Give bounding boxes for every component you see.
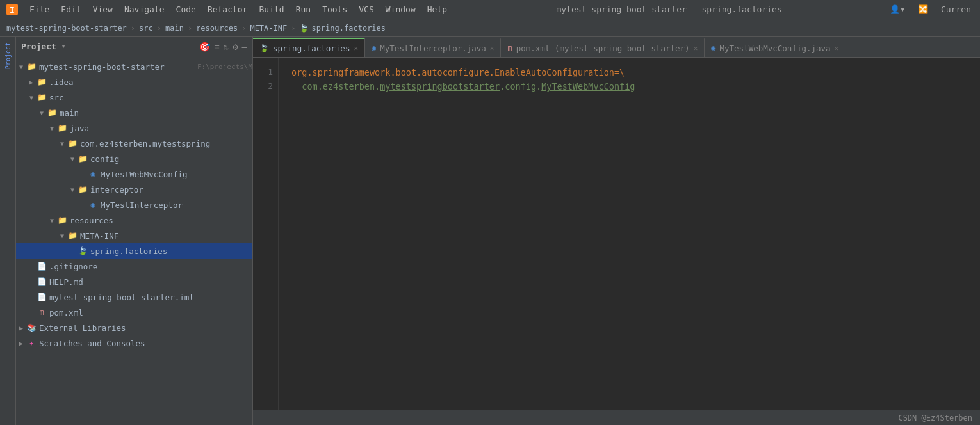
- tree-arrow: ▼: [67, 186, 78, 193]
- tree-item[interactable]: 🍃 spring.factories: [16, 243, 252, 259]
- locate-icon[interactable]: 🎯: [199, 42, 210, 52]
- tree-icon: 📁: [78, 184, 88, 195]
- profile-button[interactable]: 👤▾: [886, 3, 909, 15]
- breadcrumb-resources[interactable]: resources: [196, 24, 238, 33]
- editor-content: 1 2 org.springframework.boot.autoconfigu…: [253, 58, 980, 410]
- tree-label: mytest-spring-boot-starter.iml: [49, 293, 252, 302]
- collapse-icon[interactable]: ≡: [214, 42, 219, 52]
- code-line-2: com.ez4sterben.mytestspringbootstarter.c…: [291, 79, 980, 93]
- tree-item[interactable]: ▶ ✦ Scratches and Consoles: [16, 335, 252, 351]
- tree-item[interactable]: ▼ 📁 config: [16, 151, 252, 166]
- tab-pom[interactable]: m pom.xml (mytest-spring-boot-starter) ✕: [501, 38, 705, 57]
- sep3: ›: [188, 24, 192, 33]
- tree-item[interactable]: 📄 HELP.md: [16, 274, 252, 289]
- status-bar: CSDN @Ez4Sterben: [253, 410, 980, 425]
- menu-view[interactable]: View: [88, 3, 118, 15]
- menu-file[interactable]: File: [24, 3, 54, 15]
- breadcrumb-metainf[interactable]: META-INF: [250, 24, 287, 33]
- menu-code[interactable]: Code: [171, 3, 201, 15]
- tab-close-webmvc[interactable]: ✕: [835, 44, 839, 52]
- tree-label: com.ez4sterben.mytestspring: [80, 139, 252, 148]
- breadcrumb-file[interactable]: 🍃 spring.factories: [299, 24, 386, 33]
- tree-label: config: [90, 154, 252, 164]
- project-tree: ▼ 📁 mytest-spring-boot-starter F:\projec…: [16, 56, 252, 425]
- tab-label-interceptor: MyTestInterceptor.java: [380, 44, 486, 53]
- tree-item[interactable]: ▼ 📁 resources: [16, 212, 252, 228]
- tree-item[interactable]: ▶ 📚 External Libraries: [16, 320, 252, 335]
- menu-edit[interactable]: Edit: [56, 3, 86, 15]
- tree-item[interactable]: ◉ MyTestInterceptor: [16, 197, 252, 212]
- status-text: CSDN @Ez4Sterben: [898, 413, 972, 422]
- breadcrumb-spring-icon: 🍃: [299, 24, 309, 33]
- tree-label: External Libraries: [39, 323, 252, 333]
- tree-icon: 📚: [26, 323, 37, 333]
- menu-tools[interactable]: Tools: [317, 3, 352, 15]
- menu-refactor[interactable]: Refactor: [202, 3, 253, 15]
- code-editor[interactable]: org.springframework.boot.autoconfigure.E…: [279, 58, 980, 410]
- menu-vcs[interactable]: VCS: [354, 3, 379, 15]
- tab-label-webmvc: MyTestWebMvcConfig.java: [720, 44, 831, 53]
- tree-item[interactable]: ▼ 📁 main: [16, 105, 252, 120]
- tree-item[interactable]: ▼ 📁 com.ez4sterben.mytestspring: [16, 136, 252, 151]
- breadcrumb-project[interactable]: mytest-spring-boot-starter: [6, 24, 127, 33]
- tab-close-pom[interactable]: ✕: [694, 44, 698, 52]
- main-layout: Project Project ▾ 🎯 ≡ ⇅ ⚙ — ▼ 📁 mytest-s…: [0, 37, 980, 425]
- panel-dropdown-arrow[interactable]: ▾: [61, 42, 66, 51]
- menu-run[interactable]: Run: [291, 3, 316, 15]
- tree-item[interactable]: ◉ MyTestWebMvcConfig: [16, 166, 252, 182]
- git-button[interactable]: 🔀: [914, 3, 932, 15]
- svg-text:I: I: [10, 5, 15, 15]
- tree-item[interactable]: ▼ 📁 src: [16, 90, 252, 105]
- current-button[interactable]: Curren: [937, 3, 975, 15]
- tab-java-icon-2: ◉: [711, 44, 715, 52]
- tree-item[interactable]: 📄 mytest-spring-boot-starter.iml: [16, 289, 252, 305]
- tab-close-interceptor[interactable]: ✕: [490, 44, 494, 52]
- tree-arrow: ▶: [16, 325, 26, 332]
- code-class-link: mytestspringbootstarter: [380, 79, 500, 93]
- sep1: ›: [131, 24, 135, 33]
- tree-item[interactable]: ▼ 📁 META-INF: [16, 228, 252, 243]
- breadcrumb-main[interactable]: main: [165, 24, 184, 33]
- tree-item[interactable]: m pom.xml: [16, 305, 252, 320]
- panel-header: Project ▾ 🎯 ≡ ⇅ ⚙ —: [16, 37, 252, 56]
- tree-arrow: ▶: [16, 340, 26, 347]
- line-num-2: 2: [253, 79, 273, 93]
- tree-icon: ◉: [88, 200, 98, 210]
- tree-item[interactable]: ▶ 📁 .idea: [16, 74, 252, 90]
- sep2: ›: [157, 24, 161, 33]
- tab-close-spring[interactable]: ✕: [354, 44, 358, 52]
- tree-icon: 📁: [67, 138, 78, 148]
- menu-window[interactable]: Window: [380, 3, 421, 15]
- project-icon[interactable]: Project: [3, 40, 13, 72]
- code-class-suffix: .config.: [500, 79, 541, 93]
- tree-label: .idea: [49, 77, 252, 87]
- tree-label: .gitignore: [49, 262, 252, 271]
- tree-icon: m: [37, 307, 47, 317]
- breadcrumb-src[interactable]: src: [139, 24, 153, 33]
- settings-icon[interactable]: ⚙: [233, 42, 238, 52]
- tree-item[interactable]: ▼ 📁 mytest-spring-boot-starter F:\projec…: [16, 59, 252, 74]
- tab-label-spring: spring.factories: [273, 44, 350, 53]
- menu-help[interactable]: Help: [422, 3, 452, 15]
- tree-icon: ✦: [26, 338, 37, 348]
- hide-icon[interactable]: —: [242, 42, 247, 52]
- tree-item[interactable]: ▼ 📁 interceptor: [16, 182, 252, 197]
- tree-label: resources: [70, 216, 252, 225]
- tree-icon: 📁: [57, 123, 67, 133]
- menu-build[interactable]: Build: [254, 3, 290, 15]
- code-package-prefix: com.ez4sterben.: [302, 79, 380, 93]
- menu-navigate[interactable]: Navigate: [119, 3, 170, 15]
- tree-arrow: ▼: [67, 156, 78, 163]
- panel-actions: 🎯 ≡ ⇅ ⚙ —: [199, 42, 247, 52]
- tab-interceptor[interactable]: ◉ MyTestInterceptor.java ✕: [365, 38, 501, 57]
- tab-spring-factories[interactable]: 🍃 spring.factories ✕: [253, 38, 365, 57]
- tree-label: java: [70, 124, 252, 133]
- tree-arrow: ▼: [47, 125, 57, 132]
- tree-item[interactable]: ▼ 📁 java: [16, 120, 252, 136]
- tree-arrow: ▼: [37, 109, 47, 116]
- tab-webmvc[interactable]: ◉ MyTestWebMvcConfig.java ✕: [705, 38, 845, 57]
- sep5: ›: [291, 24, 295, 33]
- sort-icon[interactable]: ⇅: [224, 42, 229, 52]
- tree-item[interactable]: 📄 .gitignore: [16, 259, 252, 274]
- tree-arrow: ▼: [57, 232, 67, 239]
